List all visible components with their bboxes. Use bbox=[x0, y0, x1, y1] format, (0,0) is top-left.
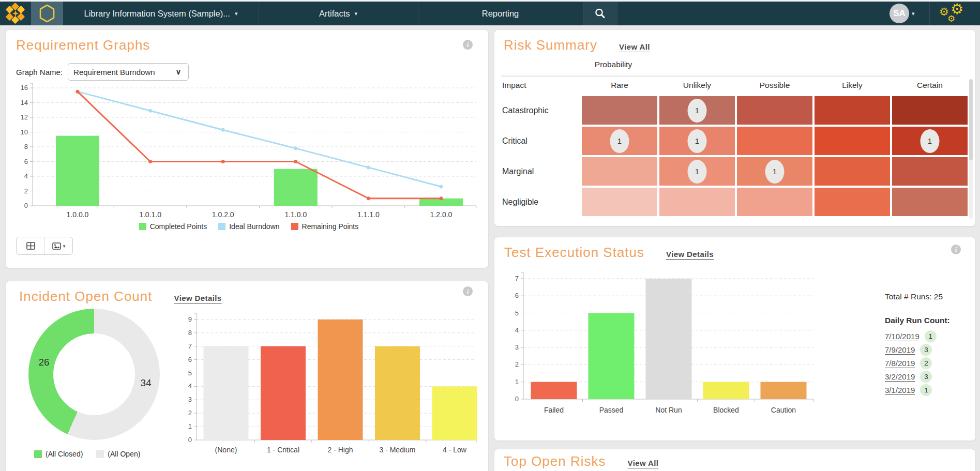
user-avatar[interactable]: SA bbox=[889, 4, 909, 23]
risk-matrix-cell[interactable]: 1 bbox=[659, 157, 735, 186]
daily-run-row: 7/9/20193 bbox=[885, 343, 973, 356]
chevron-down-icon: ∨ bbox=[169, 64, 188, 80]
risk-count-badge: 1 bbox=[688, 99, 707, 123]
daily-run-date-link[interactable]: 7/10/2019 bbox=[885, 332, 919, 341]
risk-matrix-cell[interactable] bbox=[815, 157, 890, 186]
risk-matrix-cell[interactable] bbox=[582, 96, 657, 125]
donut-value-open: 34 bbox=[134, 377, 157, 389]
daily-run-row: 7/10/20191 bbox=[885, 329, 973, 343]
scrollbar-thumb[interactable] bbox=[969, 79, 973, 160]
project-selector[interactable]: Library Information System (Sample)... ▾ bbox=[63, 2, 259, 25]
risk-count-badge: 1 bbox=[688, 160, 707, 184]
svg-text:1: 1 bbox=[515, 378, 519, 386]
legend-swatch bbox=[139, 223, 146, 230]
svg-text:Not Run: Not Run bbox=[655, 406, 682, 414]
test-execution-chart: 01234567FailedPassedNot RunBlockedCautio… bbox=[507, 266, 843, 426]
risk-matrix-cell[interactable]: 1 bbox=[659, 127, 735, 155]
search-button[interactable] bbox=[583, 2, 617, 25]
svg-text:4: 4 bbox=[188, 382, 192, 390]
workspace-hexagon-icon[interactable] bbox=[31, 2, 63, 25]
svg-text:4: 4 bbox=[515, 326, 519, 334]
svg-text:3 - Medium: 3 - Medium bbox=[379, 446, 415, 454]
impact-row-label: Catastrophic bbox=[502, 96, 580, 125]
nav-divider bbox=[617, 2, 617, 25]
avatar-menu-caret[interactable]: ▾ bbox=[912, 10, 915, 17]
daily-run-row: 3/2/20193 bbox=[885, 370, 973, 383]
risk-matrix-cell[interactable] bbox=[815, 96, 890, 125]
risk-matrix-cell[interactable] bbox=[892, 188, 968, 216]
donut-value-closed: 26 bbox=[33, 357, 55, 368]
export-image-button[interactable]: ▾ bbox=[44, 237, 72, 254]
daily-run-count-label: Daily Run Count: bbox=[885, 316, 973, 325]
daily-run-date-link[interactable]: 7/9/2019 bbox=[885, 345, 915, 354]
risk-matrix-cell[interactable] bbox=[659, 188, 735, 216]
risk-summary-panel: Risk Summary View All Probability Impact… bbox=[494, 29, 976, 226]
graph-name-label: Graph Name: bbox=[16, 68, 63, 77]
legend-swatch bbox=[218, 223, 225, 230]
donut-hole bbox=[53, 333, 135, 415]
risk-matrix-cell[interactable] bbox=[737, 96, 812, 125]
nav-divider bbox=[929, 2, 930, 25]
data-grid-button[interactable] bbox=[17, 237, 44, 254]
app-logo-icon[interactable] bbox=[3, 3, 28, 24]
graph-name-select[interactable]: Requirement Burndown ∨ bbox=[68, 63, 189, 81]
risk-matrix-cell[interactable] bbox=[582, 188, 657, 216]
total-runs-label: Total # Runs: bbox=[885, 292, 931, 301]
daily-run-date-link[interactable]: 7/8/2019 bbox=[885, 359, 915, 368]
svg-text:6: 6 bbox=[24, 158, 28, 165]
daily-run-count-badge: 2 bbox=[920, 357, 932, 369]
nav-artifacts[interactable]: Artifacts ▾ bbox=[259, 2, 418, 25]
incident-open-count-panel: Incident Open Count View Details i 26 34… bbox=[5, 281, 489, 471]
svg-text:1.0.1.0: 1.0.1.0 bbox=[139, 210, 161, 219]
legend-item: (All Open) bbox=[96, 450, 140, 458]
svg-text:6: 6 bbox=[515, 292, 519, 299]
artifacts-label: Artifacts bbox=[319, 9, 350, 19]
svg-text:2: 2 bbox=[188, 409, 192, 417]
risk-matrix-cell[interactable]: 1 bbox=[582, 127, 657, 155]
legend-swatch bbox=[34, 450, 42, 458]
view-all-link[interactable]: View All bbox=[619, 42, 650, 51]
info-icon[interactable]: i bbox=[463, 40, 473, 50]
risk-matrix-cell[interactable]: 1 bbox=[737, 157, 812, 186]
view-all-link[interactable]: View All bbox=[628, 459, 659, 467]
svg-text:1.1.0.0: 1.1.0.0 bbox=[284, 210, 307, 219]
risk-count-badge: 1 bbox=[610, 129, 629, 153]
daily-run-count-badge: 3 bbox=[920, 344, 932, 356]
impact-row-label: Negligible bbox=[502, 188, 580, 216]
daily-run-date-link[interactable]: 3/2/2019 bbox=[885, 372, 915, 381]
settings-gear-icon[interactable]: ⚙ ⚙ ⚙ bbox=[937, 2, 976, 25]
scrollbar[interactable] bbox=[969, 79, 973, 219]
svg-text:2: 2 bbox=[24, 187, 28, 195]
view-details-link[interactable]: View Details bbox=[666, 250, 714, 259]
svg-text:4 - Low: 4 - Low bbox=[443, 446, 467, 454]
probability-header: Certain bbox=[892, 81, 968, 90]
risk-matrix-cell[interactable] bbox=[737, 188, 812, 216]
risk-matrix-cell[interactable] bbox=[892, 157, 968, 186]
graph-name-value: Requirement Burndown bbox=[68, 68, 169, 77]
risk-matrix-cell[interactable]: 1 bbox=[892, 127, 968, 155]
dashboard-page: Displaying: All Releases bbox=[0, 0, 980, 471]
svg-text:5: 5 bbox=[188, 369, 192, 377]
panel-title: Top Open Risks bbox=[504, 453, 606, 469]
divider bbox=[501, 75, 960, 77]
chart-toolbar: ▾ bbox=[16, 237, 73, 255]
svg-text:6: 6 bbox=[188, 356, 192, 363]
chevron-down-icon: ▾ bbox=[63, 244, 66, 249]
svg-text:2 - High: 2 - High bbox=[327, 446, 353, 454]
nav-reporting[interactable]: Reporting bbox=[418, 2, 583, 25]
svg-text:1.0.2.0: 1.0.2.0 bbox=[212, 210, 234, 219]
svg-text:12: 12 bbox=[21, 113, 28, 121]
svg-text:Passed: Passed bbox=[599, 406, 624, 414]
info-icon[interactable]: i bbox=[463, 286, 473, 296]
risk-matrix-cell[interactable] bbox=[815, 188, 890, 216]
daily-run-date-link[interactable]: 3/1/2019 bbox=[885, 386, 915, 394]
risk-matrix-cell[interactable] bbox=[815, 127, 890, 155]
info-icon[interactable]: i bbox=[951, 245, 961, 254]
svg-text:4: 4 bbox=[24, 172, 28, 180]
risk-matrix-cell[interactable]: 1 bbox=[659, 96, 735, 125]
risk-matrix-cell[interactable] bbox=[737, 127, 812, 155]
risk-matrix-cell[interactable] bbox=[582, 157, 657, 186]
svg-text:0: 0 bbox=[24, 202, 28, 209]
svg-text:10: 10 bbox=[21, 128, 28, 136]
risk-matrix-cell[interactable] bbox=[892, 96, 968, 125]
